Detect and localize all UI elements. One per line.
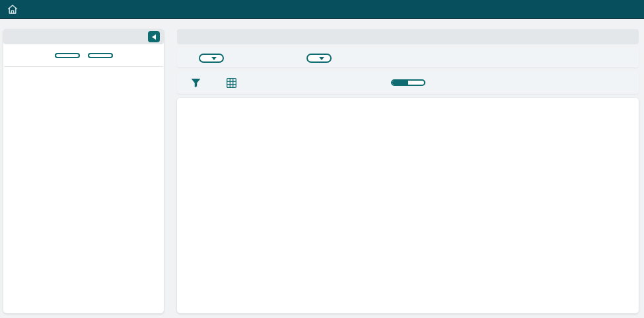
filter-funnel-button[interactable] (190, 77, 201, 89)
home-icon (7, 3, 18, 15)
collapse-left-icon (152, 34, 156, 40)
filters-panel (3, 29, 164, 313)
top-navigation (0, 0, 644, 19)
app-root (0, 0, 644, 318)
funnel-chart (177, 98, 639, 313)
collapse-sidebar-button[interactable] (148, 31, 160, 42)
funnel-chart-panel (177, 98, 639, 313)
toggle-value[interactable] (408, 81, 424, 85)
filter-actions (4, 44, 163, 67)
count-value-toggle (391, 79, 425, 86)
table-grid-icon (226, 77, 237, 89)
filter-list (3, 67, 164, 74)
chevron-down-icon (319, 57, 324, 60)
funnel-icon (190, 77, 201, 89)
reset-button[interactable] (88, 53, 113, 58)
chevron-down-icon (211, 57, 217, 60)
fund-dropdown[interactable] (199, 54, 224, 63)
fund-selector-row (177, 48, 639, 67)
page-title-bar (177, 29, 639, 44)
table-view-button[interactable] (226, 77, 237, 89)
toggle-count[interactable] (392, 81, 408, 85)
apply-button[interactable] (55, 53, 80, 58)
filters-panel-header (3, 29, 164, 44)
ccy-dropdown[interactable] (306, 54, 332, 63)
chart-toolbar (177, 71, 639, 94)
home-button[interactable] (0, 0, 26, 18)
